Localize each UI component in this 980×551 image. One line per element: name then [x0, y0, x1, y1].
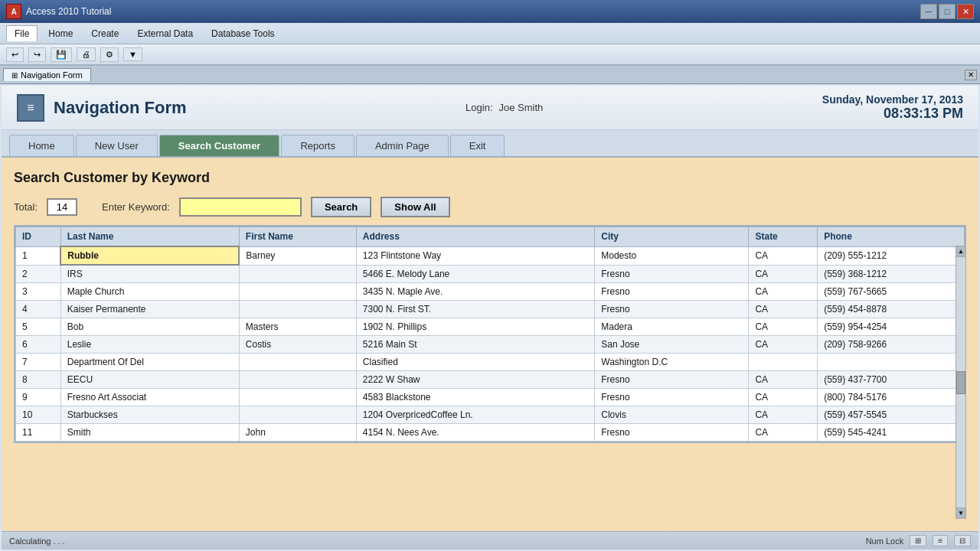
status-btn-3[interactable]: ⊟ [954, 535, 971, 546]
ribbon-extra[interactable]: ▼ [123, 47, 142, 61]
cell-row2-col0[interactable]: 2 [16, 265, 61, 283]
cell-row10-col0[interactable]: 10 [16, 406, 61, 424]
cell-row11-col1[interactable]: Smith [60, 424, 239, 442]
cell-row5-col1[interactable]: Bob [60, 318, 239, 336]
table-row[interactable]: 10Starbuckses1204 OverpricedCoffee Ln.Cl… [16, 406, 965, 424]
menu-home[interactable]: Home [41, 26, 80, 41]
cell-row10-col2[interactable] [239, 406, 356, 424]
cell-row7-col0[interactable]: 7 [16, 354, 61, 371]
keyword-input[interactable] [179, 197, 302, 217]
cell-row11-col5[interactable]: CA [749, 424, 818, 442]
menu-external-data[interactable]: External Data [129, 26, 201, 41]
cell-row6-col2[interactable]: Costis [239, 336, 356, 354]
menu-file[interactable]: File [6, 25, 38, 41]
cell-row2-col1[interactable]: IRS [60, 265, 239, 283]
scrollbar[interactable]: ▲ ▼ [956, 246, 966, 519]
cell-row10-col6[interactable]: (559) 457-5545 [818, 406, 965, 424]
cell-row8-col1[interactable]: EECU [60, 371, 239, 389]
tab-home[interactable]: Home [9, 135, 74, 156]
cell-row6-col3[interactable]: 5216 Main St [356, 336, 594, 354]
cell-row7-col6[interactable] [818, 354, 965, 371]
table-row[interactable]: 4Kaiser Permanente7300 N. First ST.Fresn… [16, 301, 965, 318]
ribbon-undo[interactable]: ↩ [6, 47, 24, 62]
cell-row3-col0[interactable]: 3 [16, 283, 61, 301]
table-row[interactable]: 5BobMasters1902 N. PhillipsMaderaCA(559)… [16, 318, 965, 336]
cell-row6-col0[interactable]: 6 [16, 336, 61, 354]
table-row[interactable]: 7Department Of DelClasifiedWashington D.… [16, 354, 965, 371]
menu-database-tools[interactable]: Database Tools [204, 26, 283, 41]
tab-exit[interactable]: Exit [450, 135, 505, 156]
show-all-button[interactable]: Show All [381, 197, 449, 217]
cell-row3-col2[interactable] [239, 283, 356, 301]
cell-row5-col3[interactable]: 1902 N. Phillips [356, 318, 594, 336]
cell-row9-col4[interactable]: Fresno [595, 389, 749, 406]
cell-row4-col6[interactable]: (559) 454-8878 [818, 301, 965, 318]
tab-reports[interactable]: Reports [281, 135, 354, 156]
cell-row1-col1[interactable]: Rubble [60, 246, 239, 265]
cell-row7-col4[interactable]: Washington D.C [595, 354, 749, 371]
tab-admin-page[interactable]: Admin Page [356, 135, 449, 156]
cell-row1-col6[interactable]: (209) 555-1212 [818, 246, 965, 265]
cell-row4-col5[interactable]: CA [749, 301, 818, 318]
table-row[interactable]: 8EECU2222 W ShawFresnoCA(559) 437-7700 [16, 371, 965, 389]
cell-row4-col0[interactable]: 4 [16, 301, 61, 318]
ribbon-save[interactable]: 💾 [51, 47, 72, 62]
table-row[interactable]: 2IRS5466 E. Melody LaneFresnoCA(559) 368… [16, 265, 965, 283]
cell-row9-col5[interactable]: CA [749, 389, 818, 406]
cell-row11-col4[interactable]: Fresno [595, 424, 749, 442]
cell-row5-col5[interactable]: CA [749, 318, 818, 336]
cell-row6-col4[interactable]: San Jose [595, 336, 749, 354]
cell-row11-col2[interactable]: John [239, 424, 356, 442]
cell-row10-col5[interactable]: CA [749, 406, 818, 424]
cell-row3-col6[interactable]: (559) 767-5665 [818, 283, 965, 301]
cell-row10-col3[interactable]: 1204 OverpricedCoffee Ln. [356, 406, 594, 424]
cell-row4-col2[interactable] [239, 301, 356, 318]
tab-search-customer[interactable]: Search Customer [159, 135, 280, 156]
cell-row2-col4[interactable]: Fresno [595, 265, 749, 283]
cell-row4-col4[interactable]: Fresno [595, 301, 749, 318]
cell-row11-col0[interactable]: 11 [16, 424, 61, 442]
minimize-button[interactable]: ─ [920, 4, 937, 19]
cell-row5-col2[interactable]: Masters [239, 318, 356, 336]
cell-row7-col2[interactable] [239, 354, 356, 371]
cell-row10-col1[interactable]: Starbuckses [60, 406, 239, 424]
cell-row8-col5[interactable]: CA [749, 371, 818, 389]
cell-row2-col3[interactable]: 5466 E. Melody Lane [356, 265, 594, 283]
scroll-up-button[interactable]: ▲ [956, 246, 965, 257]
maximize-button[interactable]: □ [939, 4, 956, 19]
table-row[interactable]: 9Fresno Art Associat4583 BlackstoneFresn… [16, 389, 965, 406]
table-row[interactable]: 11SmithJohn4154 N. Nees Ave.FresnoCA(559… [16, 424, 965, 442]
status-btn-2[interactable]: ≡ [933, 535, 948, 546]
scroll-thumb[interactable] [956, 371, 965, 394]
ribbon-options[interactable]: ⚙ [100, 47, 119, 62]
cell-row9-col1[interactable]: Fresno Art Associat [60, 389, 239, 406]
cell-row4-col1[interactable]: Kaiser Permanente [60, 301, 239, 318]
cell-row7-col3[interactable]: Clasified [356, 354, 594, 371]
cell-row1-col0[interactable]: 1 [16, 246, 61, 265]
cell-row5-col6[interactable]: (559) 954-4254 [818, 318, 965, 336]
cell-row8-col4[interactable]: Fresno [595, 371, 749, 389]
cell-row3-col5[interactable]: CA [749, 283, 818, 301]
tab-navigation-form[interactable]: ⊞ Navigation Form [3, 68, 91, 81]
cell-row9-col6[interactable]: (800) 784-5176 [818, 389, 965, 406]
scroll-down-button[interactable]: ▼ [956, 507, 965, 518]
cell-row2-col2[interactable] [239, 265, 356, 283]
cell-row8-col3[interactable]: 2222 W Shaw [356, 371, 594, 389]
cell-row3-col1[interactable]: Maple Church [60, 283, 239, 301]
cell-row11-col3[interactable]: 4154 N. Nees Ave. [356, 424, 594, 442]
cell-row10-col4[interactable]: Clovis [595, 406, 749, 424]
cell-row1-col5[interactable]: CA [749, 246, 818, 265]
cell-row2-col6[interactable]: (559) 368-1212 [818, 265, 965, 283]
table-row[interactable]: 6LeslieCostis5216 Main StSan JoseCA(209)… [16, 336, 965, 354]
cell-row7-col5[interactable] [749, 354, 818, 371]
cell-row9-col0[interactable]: 9 [16, 389, 61, 406]
cell-row11-col6[interactable]: (559) 545-4241 [818, 424, 965, 442]
ribbon-redo[interactable]: ↪ [28, 47, 46, 62]
cell-row1-col4[interactable]: Modesto [595, 246, 749, 265]
cell-row3-col4[interactable]: Fresno [595, 283, 749, 301]
search-button[interactable]: Search [311, 197, 371, 217]
cell-row9-col3[interactable]: 4583 Blackstone [356, 389, 594, 406]
menu-create[interactable]: Create [83, 26, 126, 41]
cell-row9-col2[interactable] [239, 389, 356, 406]
cell-row8-col0[interactable]: 8 [16, 371, 61, 389]
